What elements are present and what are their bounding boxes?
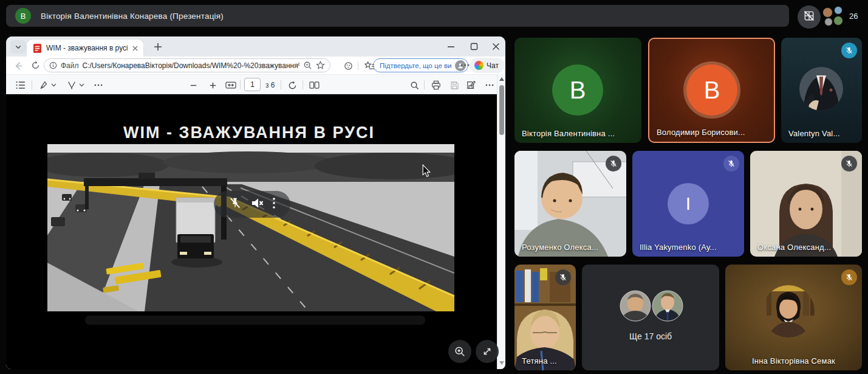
copilot-chat-button[interactable]: Чат	[470, 58, 505, 73]
slide-title: WIM - ЗВАЖУВАННЯ В РУСІ	[6, 123, 492, 142]
mic-off-badge	[841, 156, 857, 171]
zoom-out-page-icon[interactable]	[303, 61, 312, 70]
verify-identity-button[interactable]: Підтвердьте, що це ви	[373, 58, 468, 72]
zoom-out-icon[interactable]	[187, 79, 199, 91]
mic-off-icon	[845, 159, 853, 168]
window-maximize-button[interactable]	[470, 43, 478, 50]
reload-button[interactable]	[31, 61, 40, 70]
participant-tile[interactable]: Тетяна ...	[514, 265, 576, 370]
presentation-hover-controls	[214, 191, 290, 218]
back-button[interactable]	[14, 61, 23, 71]
draw-pen-icon[interactable]	[66, 79, 78, 91]
audio-muted-icon[interactable]	[250, 196, 264, 213]
participant-tile[interactable]: В Вікторія Валентинівна ...	[514, 38, 641, 143]
mic-off-badge	[841, 269, 857, 285]
chevron-down-icon[interactable]	[50, 79, 57, 91]
divider	[32, 80, 32, 89]
overflow-avatars	[582, 265, 719, 370]
chevron-down-icon[interactable]	[78, 79, 85, 91]
info-icon[interactable]	[49, 61, 57, 69]
zoom-presentation-button[interactable]	[448, 340, 471, 363]
scroll-down-icon[interactable]	[499, 361, 504, 365]
participant-name: Тетяна ...	[522, 356, 557, 365]
meet-screen: В Вікторія Валентинівна Конарева (Презен…	[0, 0, 868, 374]
slide-caption-bar	[85, 316, 425, 325]
save-icon	[448, 79, 460, 91]
unpin-icon[interactable]	[228, 196, 242, 212]
tab-close-icon[interactable]	[132, 45, 138, 52]
avatar-initial: В	[552, 64, 603, 116]
highlighter-icon[interactable]	[38, 79, 50, 91]
avatar	[834, 6, 842, 15]
expand-presentation-button[interactable]	[476, 340, 499, 363]
participant-name: Оксана Олександ...	[757, 243, 831, 252]
fit-to-width-icon[interactable]	[225, 79, 237, 91]
participant-name: Володимир Борисови...	[657, 128, 745, 137]
participants-avatar-cluster[interactable]	[822, 5, 848, 27]
scrollbar-thumb[interactable]	[499, 85, 504, 135]
pdf-page-input[interactable]	[244, 78, 261, 91]
mic-off-icon	[559, 273, 567, 282]
tile-more-icon[interactable]	[272, 197, 276, 212]
participant-tile[interactable]: Valentyn Val...	[781, 38, 862, 143]
divider	[424, 80, 425, 89]
window-close-button[interactable]	[492, 43, 500, 50]
address-url: C:/Users/КонареваВікторія/Downloads/WIM%…	[83, 61, 299, 70]
participant-name: Інна Вікторівна Семак	[725, 356, 862, 365]
pdf-page-count: з 6	[265, 81, 275, 89]
toc-icon[interactable]	[15, 79, 27, 91]
participant-tile-speaking[interactable]: В Володимир Борисови...	[648, 38, 775, 143]
pdf-page-content: WIM - ЗВАЖУВАННЯ В РУСІ	[6, 94, 505, 369]
address-scheme-label: Файл	[61, 61, 79, 70]
presenter-avatar: В	[15, 8, 31, 24]
tab-title: WIM - зважування в русі.pdf	[46, 44, 128, 52]
participant-tile[interactable]: Розуменко Олекса...	[514, 151, 626, 257]
search-icon[interactable]	[408, 79, 420, 91]
window-minimize-button[interactable]	[447, 46, 455, 48]
mic-off-icon	[609, 159, 618, 168]
new-tab-button[interactable]	[154, 43, 162, 51]
participant-tile[interactable]: Оксана Олександ...	[750, 151, 862, 257]
mic-off-badge	[723, 156, 739, 171]
avatar	[822, 7, 833, 18]
print-icon[interactable]	[430, 79, 442, 91]
favorite-star-icon[interactable]	[316, 61, 325, 70]
pdf-tab[interactable]: WIM - зважування в русі.pdf	[27, 40, 143, 57]
pdf-more-icon[interactable]	[484, 79, 496, 91]
tab-search-button[interactable]	[10, 40, 26, 54]
avatar	[833, 16, 843, 26]
tab-strip: WIM - зважування в русі.pdf	[6, 36, 505, 57]
more-participants-label: Ще 17 осіб	[582, 331, 719, 341]
slide-photo-wim-highway	[47, 144, 454, 311]
pdf-file-icon	[33, 43, 42, 54]
mic-off-badge	[841, 43, 857, 58]
zoom-in-icon[interactable]	[207, 79, 219, 91]
scroll-up-icon[interactable]	[499, 77, 504, 81]
browser-more-icon[interactable]	[460, 64, 470, 66]
mic-off-icon	[727, 159, 736, 168]
copilot-icon	[474, 61, 484, 70]
participant-count: 26	[849, 12, 858, 21]
pdf-scrollbar[interactable]	[497, 74, 505, 369]
more-participants-tile[interactable]: Ще 17 осіб	[582, 265, 719, 370]
divider	[240, 80, 241, 89]
verify-identity-label: Підтвердьте, що це ви	[380, 62, 452, 69]
participant-tile[interactable]: Інна Вікторівна Семак	[725, 265, 862, 370]
participant-name: Illia Yakymenko (Ау...	[640, 243, 717, 252]
participant-tile[interactable]: I Illia Yakymenko (Ау...	[632, 151, 744, 257]
page-view-icon[interactable]	[308, 79, 320, 91]
participant-name: Розуменко Олекса...	[522, 243, 598, 252]
tiles-off-button[interactable]	[798, 5, 821, 29]
participant-name: Valentyn Val...	[788, 129, 840, 138]
address-bar-row: Файл C:/Users/КонареваВікторія/Downloads…	[6, 57, 505, 74]
rotate-icon[interactable]	[286, 79, 298, 91]
mouse-cursor	[422, 164, 431, 178]
toolbar-more-icon[interactable]	[92, 79, 104, 91]
divider	[281, 80, 281, 89]
cookie-icon[interactable]	[344, 61, 353, 71]
expand-icon	[481, 345, 493, 358]
address-bar[interactable]: Файл C:/Users/КонареваВікторія/Downloads…	[44, 58, 330, 72]
divider	[302, 80, 303, 89]
avatar-initial: I	[668, 183, 709, 224]
save-as-icon[interactable]	[465, 79, 477, 91]
